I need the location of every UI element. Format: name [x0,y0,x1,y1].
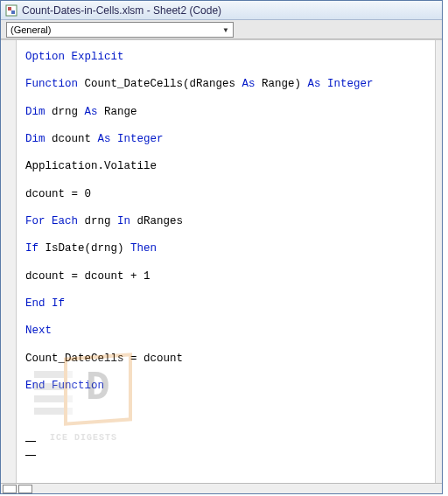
watermark-text: ICE DIGESTS [50,430,117,446]
code-line [25,290,426,293]
code-line: Application.Volatile [25,157,426,178]
app-icon [4,3,18,17]
code-line [25,152,426,156]
svg-rect-1 [8,7,11,10]
code-line: dcount = dcount + 1 [25,267,426,288]
code-line [25,70,426,73]
code-line: dcount = 0 [25,185,426,206]
code-line: End If [25,294,426,315]
code-line [25,372,426,375]
code-line: If IsDate(drng) Then [25,239,426,260]
divider-line [25,441,36,442]
code-line [25,234,426,238]
code-line: Function Count_DateCells(dRanges As Rang… [25,74,426,95]
code-line [25,317,426,320]
code-line [25,179,426,183]
code-line [25,124,426,128]
code-editor[interactable]: Option Explicit Function Count_DateCells… [17,40,435,483]
bottom-bar [1,483,442,493]
dropdown-row: (General) ▼ [1,20,442,39]
code-line: Count_DateCells = dcount [25,349,426,370]
code-line [25,206,426,210]
code-line: Dim drng As Range [25,102,426,123]
scope-dropdown-value: (General) [10,24,51,35]
divider-line [25,455,36,456]
code-line [25,262,426,265]
chevron-down-icon: ▼ [222,26,229,34]
code-line [25,97,426,101]
vertical-scrollbar[interactable] [435,40,442,483]
code-line: Option Explicit [25,47,426,68]
code-line: For Each drng In dRanges [25,212,426,233]
titlebar[interactable]: Count-Dates-in-Cells.xlsm - Sheet2 (Code… [1,1,442,20]
window-title: Count-Dates-in-Cells.xlsm - Sheet2 (Code… [22,4,221,17]
svg-rect-2 [11,10,15,14]
code-line: Next [25,321,426,342]
code-area: Option Explicit Function Count_DateCells… [1,39,442,483]
view-proc-icon[interactable] [18,485,32,493]
code-line: Dim dcount As Integer [25,129,426,150]
scope-dropdown[interactable]: (General) ▼ [6,22,234,38]
view-full-icon[interactable] [3,485,17,493]
code-window: Count-Dates-in-Cells.xlsm - Sheet2 (Code… [0,0,443,494]
code-line [25,344,426,347]
margin-gutter [1,40,17,483]
code-line: End Function [25,376,426,397]
